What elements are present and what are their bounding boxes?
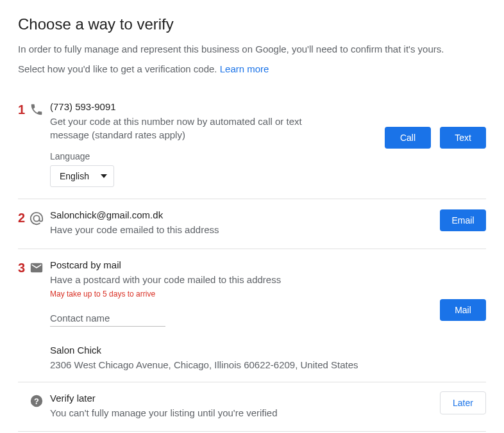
phone-icon [29, 102, 44, 117]
marker-later: 0 ? [18, 393, 50, 409]
marker-3: 3 [18, 259, 50, 275]
email-button[interactable]: Email [440, 209, 486, 231]
envelope-icon [29, 261, 44, 275]
verify-option-phone: 1 (773) 593-9091 Get your code at this n… [18, 91, 486, 200]
marker-1-number: 1 [18, 102, 27, 117]
later-button[interactable]: Later [440, 391, 486, 414]
marker-2: 2 [18, 209, 50, 225]
mail-warning: May take up to 5 days to arrive [50, 290, 486, 298]
call-button[interactable]: Call [385, 127, 431, 149]
phone-desc: Get your code at this number now by auto… [50, 115, 332, 143]
business-name: Salon Chick [50, 345, 486, 355]
language-label: Language [50, 151, 486, 161]
email-desc: Have your code emailed to this address [50, 223, 332, 237]
intro-text: In order to fully manage and represent t… [18, 42, 486, 57]
verify-option-email: 2 Salonchick@gmail.com.dk Have your code… [18, 199, 486, 249]
page-title: Choose a way to verify [18, 15, 486, 33]
email-address: Salonchick@gmail.com.dk [50, 209, 486, 220]
marker-2-number: 2 [18, 211, 27, 225]
chevron-down-icon [101, 174, 107, 178]
at-sign-icon [29, 211, 44, 225]
learn-more-link[interactable]: Learn more [220, 63, 269, 74]
mail-title: Postcard by mail [50, 259, 486, 270]
text-button[interactable]: Text [440, 127, 486, 149]
contact-name-input[interactable] [50, 310, 165, 327]
business-address: 2306 West Chicago Avenue, Chicago, Illin… [50, 359, 486, 370]
language-value: English [60, 171, 89, 181]
help-icon: ? [29, 394, 44, 408]
mail-desc: Have a postcard with your code mailed to… [50, 273, 332, 287]
language-select[interactable]: English [50, 165, 114, 187]
marker-3-number: 3 [18, 261, 27, 275]
phone-number: (773) 593-9091 [50, 101, 486, 112]
later-title: Verify later [50, 393, 486, 404]
svg-text:?: ? [34, 396, 39, 406]
verify-option-mail: 3 Postcard by mail Have a postcard with … [18, 249, 486, 382]
select-prompt-text: Select how you'd like to get a verificat… [18, 63, 220, 74]
select-prompt: Select how you'd like to get a verificat… [18, 63, 486, 74]
marker-1: 1 [18, 101, 50, 117]
later-desc: You can't fully manage your listing unti… [50, 406, 332, 420]
verify-option-later: 0 ? Verify later You can't fully manage … [18, 382, 486, 432]
mail-button[interactable]: Mail [440, 299, 486, 321]
